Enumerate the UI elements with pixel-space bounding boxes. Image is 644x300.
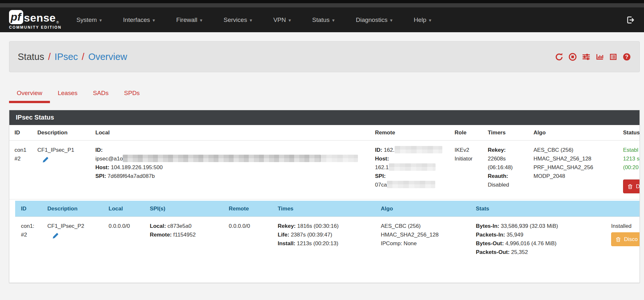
local-spi-value: 7d689f64a7ad087b <box>108 173 155 179</box>
child-status-installed: Installed <box>611 222 639 230</box>
tab-overview[interactable]: Overview <box>9 85 50 103</box>
rekey-seconds: 22608s <box>488 154 527 163</box>
menu-system[interactable]: System <box>76 16 102 24</box>
menu-services[interactable]: Services <box>224 16 252 24</box>
child-header-row: ID Description Local SPI(s) Remote Times… <box>15 201 639 217</box>
menu-help[interactable]: Help <box>414 16 431 24</box>
packets-in-value: 35,949 <box>506 232 523 238</box>
help-icon[interactable]: ? <box>622 53 631 61</box>
trash-icon <box>627 184 633 189</box>
stop-icon[interactable] <box>568 53 577 61</box>
cell-remote: ID: 162. Host: 162.1 SPI: 07ca <box>372 140 451 199</box>
col-description: Description <box>34 125 92 140</box>
child-install-label: Install: <box>278 240 295 247</box>
remote-host-label: Host: <box>375 156 389 162</box>
redacted-remote-host <box>389 163 436 171</box>
rekey-label: Rekey: <box>488 147 506 153</box>
log-icon[interactable] <box>609 53 618 61</box>
cell-timers: Rekey: 22608s (06:16:48) Reauth: Disable… <box>485 140 530 199</box>
bytes-out-value: 4,996,016 (4.76 MiB) <box>505 240 557 247</box>
col-status: Status <box>620 125 639 140</box>
child-install-value: 1213s (00:20:13) <box>297 240 339 247</box>
child-cell-stats: Bytes-In: 33,586,939 (32.03 MiB) Packets… <box>473 217 608 262</box>
spi-local-label: Local: <box>150 223 166 229</box>
child-col-spis: SPI(s) <box>147 201 226 217</box>
status-uptime-seconds: 1213 s <box>623 154 639 163</box>
menu-vpn-label: VPN <box>273 16 286 23</box>
menu-diagnostics-label: Diagnostics <box>356 16 387 23</box>
cell-role: IKEv2 Initiator <box>451 140 485 199</box>
child-description: CF1_IPsec_P2 <box>47 222 102 230</box>
menu-diagnostics[interactable]: Diagnostics <box>356 16 392 24</box>
menu-vpn[interactable]: VPN <box>273 16 291 24</box>
child-col-description: Description <box>44 201 105 217</box>
local-host-value: 104.189.226.195:500 <box>111 164 163 170</box>
sign-out-icon[interactable] <box>626 15 635 24</box>
logo-pf-badge: pf <box>9 10 23 24</box>
menu-firewall[interactable]: Firewall <box>176 16 202 24</box>
disconnect-child-button-label: Disco <box>624 235 638 244</box>
child-algo-encryption: AES_CBC (256) <box>381 222 469 230</box>
page-action-icons: ? <box>555 53 631 61</box>
menu-services-label: Services <box>224 16 247 23</box>
pfsense-logo[interactable]: pf sense ® COMMUNITY EDITION <box>9 10 62 30</box>
col-remote: Remote <box>372 125 451 140</box>
child-col-algo: Algo <box>378 201 473 217</box>
table-clip-region: ID Description Local Remote Role Timers … <box>9 125 639 283</box>
cell-local: ID: ipsec@a1o Host: 104.189.226.195:500 … <box>92 140 372 199</box>
disconnect-button[interactable]: Dis <box>623 179 639 193</box>
child-cell-local: 0.0.0.0/0 <box>105 217 147 262</box>
menu-status-label: Status <box>312 16 330 23</box>
tab-leases[interactable]: Leases <box>50 85 85 103</box>
svg-text:?: ? <box>625 54 629 60</box>
trash-icon <box>615 237 621 242</box>
menu-interfaces-label: Interfaces <box>123 16 150 23</box>
algo-dh-group: MODP_2048 <box>533 172 617 180</box>
edit-icon[interactable] <box>52 232 59 239</box>
table-row: con1 #2 CF1_IPsec_P1 ID: ipsec@a1o <box>9 140 639 199</box>
tab-spds[interactable]: SPDs <box>116 85 148 103</box>
child-algo-integrity: HMAC_SHA2_256_128 <box>381 230 469 239</box>
sliders-icon[interactable] <box>582 53 591 61</box>
ipsec-status-table: ID Description Local Remote Role Timers … <box>9 125 639 261</box>
edit-icon[interactable] <box>42 156 49 163</box>
role-value: Initiator <box>455 154 481 163</box>
bytes-out-label: Bytes-Out: <box>476 240 504 247</box>
reauth-label: Reauth: <box>488 173 508 179</box>
child-col-actions <box>608 201 639 217</box>
logo-registered-mark: ® <box>56 21 59 24</box>
child-sa-row-container: ID Description Local SPI(s) Remote Times… <box>9 199 639 262</box>
child-cell-description: CF1_IPsec_P2 <box>44 217 105 262</box>
disconnect-button-label: Dis <box>636 182 639 191</box>
col-local: Local <box>92 125 372 140</box>
ike-sa-number: #2 <box>14 154 31 163</box>
spi-local-value: c873e5a0 <box>168 223 192 229</box>
packets-in-label: Packets-In: <box>476 232 505 238</box>
refresh-icon[interactable] <box>555 53 563 61</box>
remote-spi-label: SPI: <box>375 173 386 179</box>
cell-id: con1 #2 <box>9 140 34 199</box>
local-host-label: Host: <box>95 164 109 170</box>
ipsec-status-panel: IPsec Status ID Description Local Remote… <box>9 110 640 283</box>
cell-status: Establ 1213 s (00:20 Dis <box>620 140 639 199</box>
algo-encryption: AES_CBC (256) <box>533 146 617 154</box>
child-col-id: ID <box>15 201 44 217</box>
redacted-remote-id <box>395 146 442 153</box>
menu-status[interactable]: Status <box>312 16 334 24</box>
child-rekey-value: 1816s (00:30:16) <box>297 223 339 229</box>
child-sa-number: #2 <box>21 230 41 239</box>
child-sa-row: con1: #2 CF1_IPsec_P2 <box>15 217 639 262</box>
packets-out-label: Packets-Out: <box>476 249 510 255</box>
menu-interfaces[interactable]: Interfaces <box>123 16 155 24</box>
tunnel-description: CF1_IPsec_P1 <box>37 146 89 154</box>
menu-help-label: Help <box>414 16 426 23</box>
bytes-in-value: 33,586,939 (32.03 MiB) <box>501 223 558 229</box>
tab-sads[interactable]: SADs <box>85 85 116 103</box>
remote-host-value: 162.1 <box>375 164 389 170</box>
breadcrumb-link-overview[interactable]: Overview <box>88 52 127 62</box>
remote-spi-value: 07ca <box>375 182 387 188</box>
table-header-row: ID Description Local Remote Role Timers … <box>9 125 639 140</box>
disconnect-child-button[interactable]: Disco <box>611 232 639 246</box>
breadcrumb-link-ipsec[interactable]: IPsec <box>54 52 78 62</box>
bar-chart-icon[interactable] <box>595 53 604 61</box>
